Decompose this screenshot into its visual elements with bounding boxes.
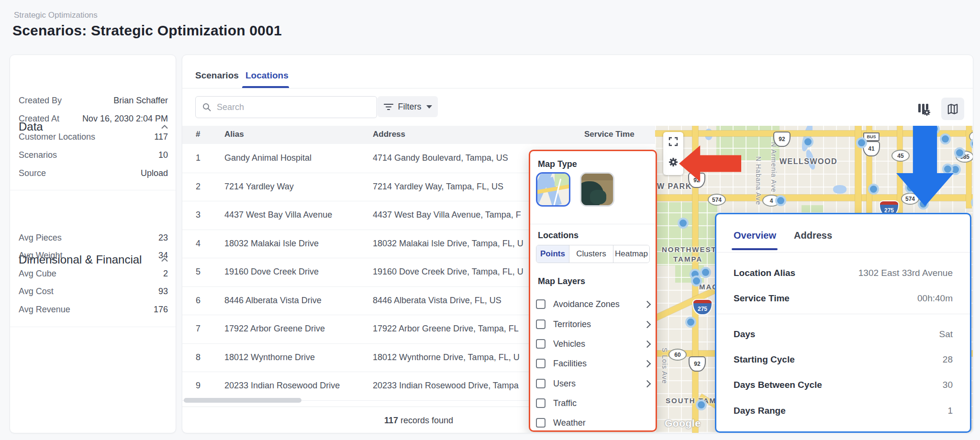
data-row: Avg Cost93 (19, 286, 168, 297)
chevron-right-icon[interactable] (644, 300, 651, 308)
tab-address[interactable]: Address (794, 230, 832, 241)
filter-icon (384, 103, 393, 110)
map-type-popup: Map Type Locations Points Clusters Heatm… (529, 150, 657, 432)
locations-mode-segmented-control: Points Clusters Heatmap (536, 245, 650, 263)
column-settings-button[interactable] (913, 99, 934, 119)
breadcrumb[interactable]: Strategic Optimizations (14, 11, 98, 20)
location-dot[interactable] (942, 164, 953, 175)
collapse-chevron-icon[interactable] (161, 125, 168, 129)
checkbox[interactable] (536, 299, 546, 309)
detail-row: Starting Cycle28 (734, 353, 953, 366)
checkbox[interactable] (536, 319, 546, 329)
location-dot[interactable] (802, 136, 813, 147)
mode-heatmap-button[interactable]: Heatmap (613, 245, 649, 263)
road-shield-us92: 92 (773, 132, 791, 147)
filters-button[interactable]: Filters (378, 96, 438, 117)
map-label-wellswood: WELLSWOOD (780, 157, 837, 166)
road-shield-45: 45 (891, 150, 910, 162)
thumbnail-water (590, 190, 606, 204)
checkbox[interactable] (536, 418, 546, 428)
tab-overview[interactable]: Overview (734, 230, 776, 241)
layer-row-vehicles[interactable]: Vehicles (536, 338, 650, 350)
layer-row-users[interactable]: Users (536, 377, 650, 390)
main-panel: Scenarios Locations Filters (182, 55, 973, 433)
layer-row-traffic[interactable]: Traffic (536, 397, 650, 409)
detail-row: DaysSat (734, 328, 953, 341)
table-header-row: # Alias Address Service Time (182, 126, 655, 144)
data-row: Avg Revenue176 (19, 304, 168, 315)
chevron-right-icon[interactable] (644, 380, 651, 387)
location-dot[interactable] (868, 184, 879, 195)
location-dot[interactable] (691, 275, 702, 286)
popup-divider (530, 224, 656, 224)
page-title: Scenarios: Strategic Optimization 0001 (12, 22, 282, 39)
locations-title: Locations (538, 231, 579, 241)
search-icon (202, 103, 211, 111)
layer-row-territories[interactable]: Territories (536, 318, 650, 330)
map-settings-button[interactable] (668, 157, 679, 167)
map-street-label-habana: N Habana Ave (755, 156, 762, 210)
detail-row: Days Between Cycle30 (734, 378, 953, 392)
location-dot[interactable] (954, 147, 965, 158)
panel-divider (716, 252, 970, 253)
map-type-thumbnail-satellite[interactable] (580, 172, 614, 207)
table-header-service-time[interactable]: Service Time (584, 130, 635, 139)
map-view-toggle-button[interactable] (941, 98, 964, 120)
tab-locations[interactable]: Locations (245, 70, 289, 81)
fullscreen-button[interactable] (668, 137, 678, 146)
map-label-w-park: W PARK (657, 182, 692, 191)
location-dot[interactable] (856, 137, 867, 148)
data-row: Customer Locations117 (19, 131, 168, 143)
table-header-address[interactable]: Address (373, 130, 531, 139)
chevron-right-icon[interactable] (644, 320, 651, 328)
location-dot[interactable] (678, 218, 689, 229)
fullscreen-icon (668, 137, 678, 146)
thumbnail-land (581, 174, 613, 180)
layer-row-avoidance-zones[interactable]: Avoidance Zones (536, 298, 650, 310)
horizontal-scrollbar[interactable] (184, 398, 301, 403)
gear-icon (668, 157, 679, 167)
road-shield-us92: 92 (689, 356, 706, 372)
data-row: Created AtNov 16, 2030 2:04 PM (19, 113, 168, 124)
detail-row: Location Alias1302 East 33rd Avenue (734, 266, 953, 280)
filters-button-label: Filters (398, 102, 422, 112)
sidebar-panel: Data Created ByBrian Schaffer Created At… (10, 55, 176, 433)
map-layers-title: Map Layers (538, 276, 585, 286)
checkbox[interactable] (536, 359, 546, 368)
chevron-right-icon[interactable] (644, 340, 651, 348)
section-divider (10, 190, 176, 190)
thumbnail-park (555, 174, 569, 186)
columns-gear-icon (916, 102, 931, 116)
layer-row-weather[interactable]: Weather (536, 417, 650, 429)
location-dot[interactable] (696, 399, 707, 410)
section-divider (10, 327, 176, 327)
map-type-title: Map Type (538, 159, 577, 169)
table-header-alias[interactable]: Alias (224, 130, 373, 139)
checkbox[interactable] (536, 398, 546, 408)
data-row: Created ByBrian Schaffer (19, 95, 168, 106)
google-watermark: Google (665, 418, 701, 429)
mode-points-button[interactable]: Points (536, 245, 569, 263)
search-input-wrapper (195, 96, 377, 118)
data-row: Avg Cube2 (19, 268, 168, 279)
road-shield-60: 60 (668, 349, 687, 361)
chevron-right-icon[interactable] (644, 360, 651, 367)
location-detail-popup: Overview Address Location Alias1302 East… (715, 213, 971, 433)
layer-row-facilities[interactable]: Facilities (536, 357, 650, 370)
active-tab-underline (732, 248, 778, 250)
location-dot[interactable] (775, 195, 786, 206)
search-input[interactable] (216, 102, 377, 113)
tab-scenarios[interactable]: Scenarios (195, 70, 239, 81)
checkbox[interactable] (536, 379, 546, 388)
data-row: Avg Weight34 (19, 250, 168, 261)
checkbox[interactable] (536, 339, 546, 349)
map-street-label-lois: S Lois Ave (661, 348, 668, 396)
location-dot[interactable] (685, 317, 696, 328)
table-header-num[interactable]: # (196, 130, 215, 139)
data-row: SourceUpload (19, 167, 168, 179)
map-type-thumbnail-roadmap[interactable] (536, 172, 570, 207)
location-dot[interactable] (700, 267, 711, 278)
location-dot[interactable] (940, 133, 951, 144)
detail-row: Days Range1 (734, 404, 953, 418)
mode-clusters-button[interactable]: Clusters (569, 245, 613, 263)
